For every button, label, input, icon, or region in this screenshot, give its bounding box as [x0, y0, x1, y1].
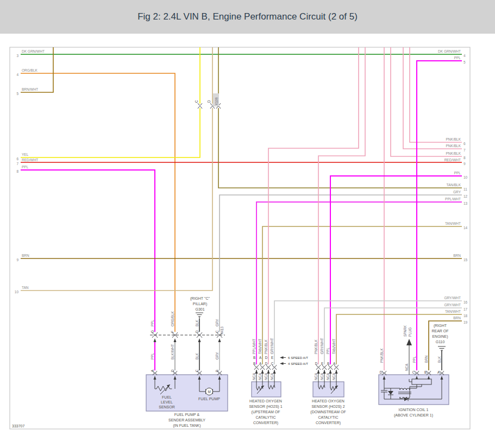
- wire-color-label: PNK/BLK: [380, 348, 384, 363]
- nca-label: NCA: [264, 373, 268, 380]
- coil-caption: IGNITION COIL 1: [399, 408, 429, 412]
- left-wire-label: BRN/WHT: [22, 87, 38, 91]
- left-pin-number: 10: [15, 290, 19, 294]
- g301-label: (RIGHT "C" PILLAR) G301: [190, 296, 210, 311]
- right-pin-number: 7: [463, 148, 466, 152]
- wire-color-label: PPL: [151, 353, 154, 359]
- pin-letter: E: [271, 356, 273, 359]
- wire-color-label: PNK/BLK: [314, 339, 318, 354]
- right-rail: DK GRN/WHT 4 PPL 5 PNK/BLK 6 PNK/BLK 7 P…: [438, 49, 468, 324]
- wire-tan-blk: [218, 47, 462, 188]
- nca-label: NCA: [270, 373, 274, 380]
- pin-letter: F: [171, 331, 174, 333]
- pin-letter: G: [151, 330, 154, 333]
- g301-ground-icon: [196, 313, 203, 319]
- right-wire-label: TAN/WHT: [445, 222, 461, 225]
- wiring-diagram-canvas: 3 DK GRN/WHT 4 ORG/BLK 5 BRN/WHT 6 YEL 7…: [0, 0, 495, 448]
- left-pin-number: 9: [16, 258, 18, 262]
- right-wire-label: GRY: [453, 190, 461, 194]
- g110-location: REAR OF: [431, 329, 448, 333]
- wire-color-label: BLK/WHT: [171, 344, 174, 359]
- x108-name: X108: [215, 97, 218, 105]
- wire-color-label: PPL/WHT: [252, 339, 256, 354]
- wire-color-label: PPL: [412, 356, 416, 363]
- right-wire-label: RED/WHT: [444, 158, 461, 162]
- ho2s2-caption: CONVERTER): [316, 421, 341, 425]
- right-pin-number: 9: [463, 162, 466, 166]
- four-speed-note: 4 SPEED A/T: [288, 362, 308, 365]
- pin-letter: B: [253, 362, 255, 365]
- g301-name: G301: [195, 307, 204, 311]
- pin-letter: C: [412, 370, 415, 374]
- pin-letter: A: [259, 356, 262, 359]
- nca-label: NCA: [252, 373, 256, 380]
- right-wire-label: PNK/BLK: [446, 137, 461, 141]
- right-pin-number: 13: [463, 201, 468, 205]
- left-wire-label: YEL: [22, 153, 29, 156]
- left-wire-label: BRN: [22, 254, 29, 257]
- left-wire-label: ORG/BLK: [22, 68, 38, 72]
- wire-color-label: PPL: [151, 320, 154, 326]
- left-pin-number: 5: [16, 92, 18, 96]
- wire-pnk-blk-6: [410, 47, 462, 142]
- ho2s1-caption: SENSOR (HO2S) 1: [249, 405, 282, 409]
- wire-tan-wht-14: [262, 226, 462, 364]
- nca-label: NCA: [320, 373, 324, 380]
- right-pin-number: 17: [463, 307, 468, 311]
- wire-color-label: BLK: [195, 319, 199, 326]
- pin-letter: C: [215, 330, 219, 333]
- right-pin-number: 16: [463, 300, 468, 304]
- x108-pin-c: C: [195, 100, 198, 103]
- g110-location: (RIGHT: [434, 324, 447, 328]
- spark-plug-label: SPARK: [403, 325, 407, 337]
- wire-pnk-blk-7: [403, 47, 462, 149]
- pin-letter: A: [151, 369, 154, 372]
- nca-label: NCA: [314, 373, 318, 380]
- fuel-level-sensor-label: LEVEL: [161, 400, 173, 404]
- ho2s2-caption: (DOWNSTREAM OF: [310, 410, 346, 414]
- pin-letter: D: [380, 370, 383, 374]
- wire-pnk-blk-ho2s2: [318, 47, 365, 364]
- pin-letter: B: [215, 370, 219, 372]
- left-wire-label: PPL: [22, 165, 29, 169]
- coil-caption: (ABOVE CYLINDER 1): [394, 413, 433, 418]
- right-pin-number: 12: [463, 194, 468, 198]
- wire-color-label: GRY/WHT: [270, 338, 274, 354]
- pin-letter: C: [195, 369, 199, 372]
- right-wire-label: PPL/WHT: [445, 197, 461, 201]
- motor-letter: M: [208, 390, 210, 394]
- wire-color-label: GRY: [215, 319, 219, 326]
- wire-color-label: BRN: [424, 355, 428, 363]
- right-wire-label: TAN/BLK: [446, 183, 461, 187]
- left-wire-label: TAN: [22, 286, 29, 289]
- pin-letter: D: [265, 356, 268, 359]
- ho2s1-caption: CATALYTIC: [256, 415, 276, 419]
- right-wire-label: DK GRN/WHT: [438, 49, 461, 53]
- spark-plug-arrow-icon: [406, 339, 412, 345]
- g110-location: ENGINE): [432, 335, 448, 339]
- pin-letter: B: [424, 370, 427, 374]
- pin-letter: B: [253, 356, 255, 359]
- left-pin-number: 7: [16, 162, 18, 166]
- pin-letter: D: [171, 369, 174, 372]
- wire-color-label: BLK: [437, 356, 441, 363]
- ho2s2-caption: SENSOR (HO2S) 2: [311, 405, 344, 409]
- right-pin-number: 5: [463, 60, 466, 64]
- wire-tan: [21, 47, 212, 291]
- pin-letter: D: [265, 362, 268, 365]
- left-pin-number: 3: [16, 54, 18, 58]
- ho2s2-caption: HEATED OXYGEN: [312, 399, 344, 403]
- left-rail: 3 DK GRN/WHT 4 ORG/BLK 5 BRN/WHT 6 YEL 7…: [15, 49, 45, 294]
- fuel-pump-caption: SENDER ASSEMBLY: [168, 418, 205, 422]
- fuel-pump-caption: (IN FUEL TANK): [173, 424, 200, 428]
- left-wire-label: DK GRN/WHT: [22, 49, 45, 53]
- ho2s1-caption: HEATED OXYGEN: [249, 399, 282, 403]
- left-wire-label: RED/WHT: [22, 158, 38, 162]
- doc-number: 333707: [12, 424, 24, 428]
- right-pin-number: 6: [463, 142, 466, 146]
- right-wire-label: PPL: [454, 171, 461, 175]
- fuel-level-sensor-label: FUEL: [162, 395, 172, 399]
- right-wire-label: GRY/WHT: [444, 303, 461, 307]
- wire-pnk-blk-ho2s1: [268, 47, 359, 364]
- right-pin-number: 18: [463, 314, 468, 318]
